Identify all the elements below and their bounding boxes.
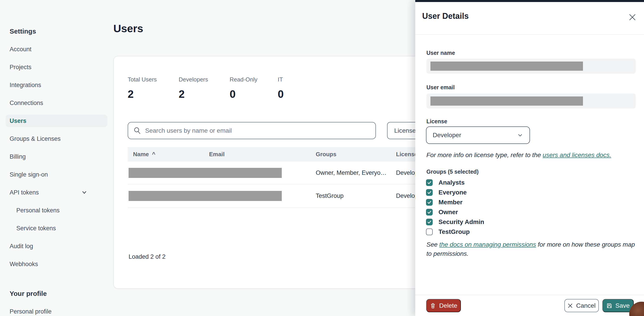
user-email-field[interactable] (426, 94, 636, 109)
sidebar-item-label: Groups & Licenses (10, 135, 60, 142)
save-button[interactable]: Save (602, 299, 634, 312)
group-option-label: Security Admin (438, 218, 484, 226)
page-title: Users (113, 22, 143, 35)
stat-value: 2 (128, 88, 157, 100)
license-filter-label: License (394, 127, 416, 134)
sidebar-item-users[interactable]: Users (6, 115, 107, 127)
sidebar-item-groups-licenses[interactable]: Groups & Licenses (6, 133, 107, 145)
group-option[interactable]: Member (426, 197, 484, 207)
column-header-name[interactable]: Name^ (128, 151, 209, 158)
sidebar-item-audit-log[interactable]: Audit log (6, 240, 107, 252)
sidebar-item-personal-profile[interactable]: Personal profile (6, 305, 107, 316)
license-label: License (426, 118, 447, 125)
group-option[interactable]: Analysts (426, 178, 484, 188)
license-note: For more info on license type, refer to … (426, 150, 638, 160)
sidebar-item-label: Audit log (10, 243, 33, 250)
stat-value: 0 (230, 88, 258, 100)
sidebar-item-projects[interactable]: Projects (6, 61, 107, 73)
stat-read-only: Read-Only 0 (230, 76, 258, 100)
sidebar-profile-section-title: Your profile (6, 287, 107, 300)
sidebar-item-personal-tokens[interactable]: Personal tokens (6, 204, 107, 217)
sidebar-item-label: Users (10, 118, 26, 124)
sidebar-item-api-tokens[interactable]: API tokens (6, 186, 107, 199)
checkbox-unchecked-icon[interactable] (426, 228, 433, 235)
group-option[interactable]: Security Admin (426, 217, 484, 227)
stat-label: IT (278, 76, 284, 83)
sidebar-section-title: Settings (6, 25, 107, 38)
drawer-header: User Details (415, 2, 644, 35)
stat-label: Read-Only (230, 76, 258, 83)
stat-label: Developers (179, 76, 208, 83)
sidebar-item-label: Webhooks (10, 261, 38, 268)
group-option-label: Owner (438, 209, 458, 216)
sidebar-item-label: Billing (10, 153, 26, 160)
checkbox-checked-icon[interactable] (426, 179, 433, 186)
redacted-user-name (430, 62, 583, 71)
redacted-name-email (128, 191, 282, 201)
groups-checkbox-list: Analysts Everyone Member Owner Security … (426, 178, 484, 237)
sidebar-item-single-sign-on[interactable]: Single sign-on (6, 168, 107, 181)
permissions-note: See the docs on managing permissions for… (426, 240, 638, 258)
users-licenses-docs-link[interactable]: users and licenses docs. (543, 152, 611, 158)
load-status: Loaded 2 of 2 (128, 253, 166, 260)
cell-groups: Owner, Member, Everyo… (316, 169, 396, 176)
delete-button[interactable]: Delete (426, 299, 461, 312)
checkbox-checked-icon[interactable] (426, 189, 433, 196)
managing-permissions-docs-link[interactable]: the docs on managing permissions (440, 241, 536, 248)
group-option-label: TestGroup (438, 228, 470, 235)
group-option[interactable]: Everyone (426, 188, 484, 197)
sidebar-item-label: API tokens (10, 189, 39, 196)
user-name-field[interactable] (426, 59, 636, 74)
search-input[interactable] (145, 127, 370, 134)
cancel-button[interactable]: Cancel (564, 299, 599, 312)
search-icon (134, 127, 141, 135)
save-icon (606, 303, 612, 308)
group-option[interactable]: Owner (426, 207, 484, 217)
chevron-down-icon (517, 132, 523, 138)
user-details-drawer: User Details User name User email Licens… (415, 0, 644, 316)
trash-icon (430, 302, 436, 309)
sidebar-item-label: Single sign-on (10, 171, 48, 178)
close-icon[interactable] (628, 13, 637, 22)
stat-developers: Developers 2 (179, 76, 208, 100)
user-email-label: User email (426, 84, 454, 91)
sidebar-item-label: Service tokens (16, 225, 56, 232)
sidebar-item-connections[interactable]: Connections (6, 97, 107, 109)
group-option-label: Member (438, 199, 462, 206)
stat-label: Total Users (128, 76, 157, 83)
stat-it: IT 0 (278, 76, 284, 100)
stat-value: 2 (179, 88, 208, 100)
group-option-label: Analysts (438, 179, 465, 186)
settings-sidebar: Settings Account Projects Integrations C… (6, 25, 107, 316)
checkbox-checked-icon[interactable] (426, 199, 433, 206)
column-header-groups[interactable]: Groups (316, 151, 396, 158)
sidebar-item-service-tokens[interactable]: Service tokens (6, 222, 107, 234)
cell-groups: TestGroup (316, 192, 396, 199)
sidebar-item-webhooks[interactable]: Webhooks (6, 258, 107, 270)
groups-label: Groups (5 selected) (426, 169, 478, 175)
sidebar-item-billing[interactable]: Billing (6, 150, 107, 163)
group-option-label: Everyone (438, 189, 467, 196)
sort-asc-icon: ^ (152, 151, 156, 158)
user-name-label: User name (426, 50, 455, 56)
sidebar-item-label: Connections (10, 100, 43, 107)
stat-total-users: Total Users 2 (128, 76, 157, 100)
license-select[interactable]: Developer (426, 126, 530, 144)
redacted-user-email (430, 97, 583, 106)
license-selected-value: Developer (433, 132, 461, 139)
column-header-email[interactable]: Email (209, 151, 316, 158)
sidebar-item-integrations[interactable]: Integrations (6, 79, 107, 91)
drawer-title: User Details (422, 12, 469, 21)
checkbox-checked-icon[interactable] (426, 209, 433, 215)
sidebar-item-label: Personal tokens (16, 207, 60, 214)
sidebar-item-account[interactable]: Account (6, 43, 107, 56)
user-search (128, 122, 376, 139)
close-icon (568, 303, 573, 308)
group-option[interactable]: TestGroup (426, 227, 484, 237)
sidebar-item-label: Projects (10, 64, 32, 71)
sidebar-item-label: Personal profile (10, 308, 52, 315)
stat-value: 0 (278, 88, 284, 100)
checkbox-checked-icon[interactable] (426, 219, 433, 225)
chevron-down-icon (81, 189, 88, 196)
sidebar-item-label: Integrations (10, 82, 41, 89)
